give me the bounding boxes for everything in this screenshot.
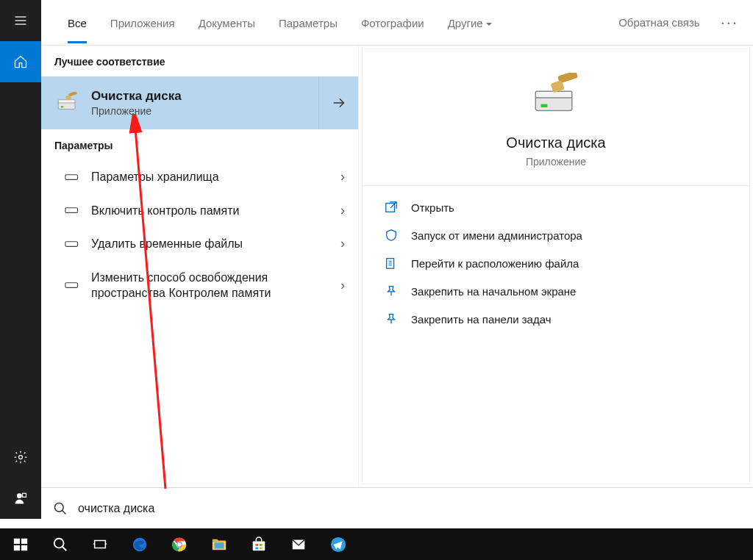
settings-header: Параметры <box>41 129 358 160</box>
taskbar-telegram-button[interactable] <box>321 529 356 559</box>
settings-item-memory-control[interactable]: Включить контроль памяти › <box>41 194 358 228</box>
svg-line-29 <box>63 546 67 550</box>
svg-point-3 <box>19 456 23 459</box>
task-view-icon <box>92 536 108 553</box>
detail-column: Очистка диска Приложение Открыть Запуск … <box>362 49 750 484</box>
taskbar-chrome-button[interactable] <box>162 529 197 559</box>
action-open-location[interactable]: Перейти к расположению файла <box>363 249 749 277</box>
action-open[interactable]: Открыть <box>363 193 749 221</box>
tab-all[interactable]: Все <box>56 2 99 43</box>
more-options-button[interactable]: ··· <box>721 13 738 32</box>
telegram-icon <box>330 536 346 553</box>
svg-rect-7 <box>58 100 75 103</box>
gear-icon <box>13 450 28 464</box>
detail-title: Очистка диска <box>377 134 735 151</box>
hamburger-icon <box>13 13 28 28</box>
windows-icon <box>13 536 29 553</box>
svg-rect-39 <box>253 541 265 550</box>
svg-rect-25 <box>21 538 27 543</box>
settings-item-delete-temp[interactable]: Удалить временные файлы › <box>41 227 358 261</box>
left-rail <box>0 0 41 519</box>
svg-rect-13 <box>65 242 78 247</box>
taskbar-store-button[interactable] <box>241 529 276 559</box>
svg-rect-20 <box>386 204 395 212</box>
settings-glyph-icon <box>65 281 81 289</box>
search-icon <box>52 536 68 553</box>
settings-item-change-free[interactable]: Изменить способ освобождения пространств… <box>41 261 358 310</box>
best-match-expand-button[interactable] <box>318 76 358 129</box>
svg-point-4 <box>17 493 22 498</box>
taskbar-explorer-button[interactable] <box>201 529 237 559</box>
svg-point-22 <box>55 503 64 511</box>
action-label: Закрепить на панели задач <box>411 313 552 326</box>
detail-header: Очистка диска Приложение <box>363 49 749 186</box>
best-match-item[interactable]: Очистка диска Приложение <box>41 76 358 129</box>
open-icon <box>385 201 398 214</box>
svg-rect-43 <box>260 547 263 549</box>
svg-rect-40 <box>255 544 258 546</box>
folder-open-icon <box>385 256 398 270</box>
tab-more[interactable]: Другие <box>436 2 504 43</box>
settings-item-storage[interactable]: Параметры хранилища › <box>41 160 358 194</box>
svg-rect-16 <box>535 91 572 98</box>
home-icon <box>13 54 28 69</box>
settings-button[interactable] <box>0 437 41 478</box>
svg-line-23 <box>63 510 66 514</box>
settings-glyph-icon <box>65 207 81 214</box>
search-input[interactable] <box>78 502 741 515</box>
tab-photos[interactable]: Фотографии <box>349 2 436 43</box>
tab-apps[interactable]: Приложения <box>99 2 187 43</box>
pin-icon <box>385 312 398 326</box>
action-pin-start[interactable]: Закрепить на начальном экране <box>363 277 749 305</box>
disk-cleanup-large-icon <box>530 73 582 120</box>
tab-documents[interactable]: Документы <box>187 2 267 43</box>
profile-button[interactable] <box>0 478 41 519</box>
settings-item-label: Включить контроль памяти <box>91 203 340 219</box>
top-tabs: Все Приложения Документы Параметры Фотог… <box>41 0 753 46</box>
home-button[interactable] <box>0 41 41 82</box>
action-label: Закрепить на начальном экране <box>411 285 576 298</box>
best-match-title: Очистка диска <box>91 89 318 104</box>
action-label: Перейти к расположению файла <box>411 257 579 270</box>
main-panel: Лучшее соответствие Очистка диска Прилож… <box>41 46 753 487</box>
taskbar-search-button[interactable] <box>43 529 78 559</box>
svg-rect-14 <box>65 283 78 288</box>
svg-rect-11 <box>65 174 78 179</box>
disk-cleanup-icon <box>54 90 81 116</box>
svg-point-28 <box>54 538 64 548</box>
action-run-admin[interactable]: Запуск от имени администратора <box>363 221 749 249</box>
svg-rect-24 <box>14 538 20 543</box>
taskbar <box>0 528 753 560</box>
settings-glyph-icon <box>65 173 81 181</box>
svg-rect-38 <box>215 542 224 548</box>
taskbar-edge-button[interactable] <box>122 529 157 559</box>
best-match-header: Лучшее соответствие <box>41 46 358 76</box>
edge-icon <box>132 536 148 553</box>
chevron-right-icon: › <box>340 203 345 218</box>
person-icon <box>13 491 28 506</box>
settings-item-label: Параметры хранилища <box>91 169 340 185</box>
detail-subtitle: Приложение <box>377 156 735 168</box>
mail-icon <box>290 536 307 553</box>
results-column: Лучшее соответствие Очистка диска Прилож… <box>41 46 359 487</box>
svg-point-36 <box>177 542 182 547</box>
search-icon <box>53 501 68 516</box>
action-pin-taskbar[interactable]: Закрепить на панели задач <box>363 305 749 333</box>
taskbar-taskview-button[interactable] <box>82 529 118 559</box>
tab-settings[interactable]: Параметры <box>267 2 349 43</box>
store-icon <box>251 536 267 553</box>
pin-icon <box>385 284 398 298</box>
svg-rect-17 <box>541 104 548 107</box>
action-label: Запуск от имени администратора <box>411 229 582 242</box>
svg-rect-12 <box>65 208 78 213</box>
menu-button[interactable] <box>0 0 41 41</box>
svg-rect-27 <box>21 545 27 550</box>
svg-rect-41 <box>260 544 263 546</box>
search-bar <box>41 487 753 528</box>
svg-rect-26 <box>14 545 20 550</box>
feedback-link[interactable]: Обратная связь <box>618 16 700 29</box>
taskbar-start-button[interactable] <box>3 529 38 559</box>
chevron-down-icon <box>486 23 492 26</box>
taskbar-mail-button[interactable] <box>281 529 316 559</box>
svg-rect-5 <box>23 493 26 497</box>
